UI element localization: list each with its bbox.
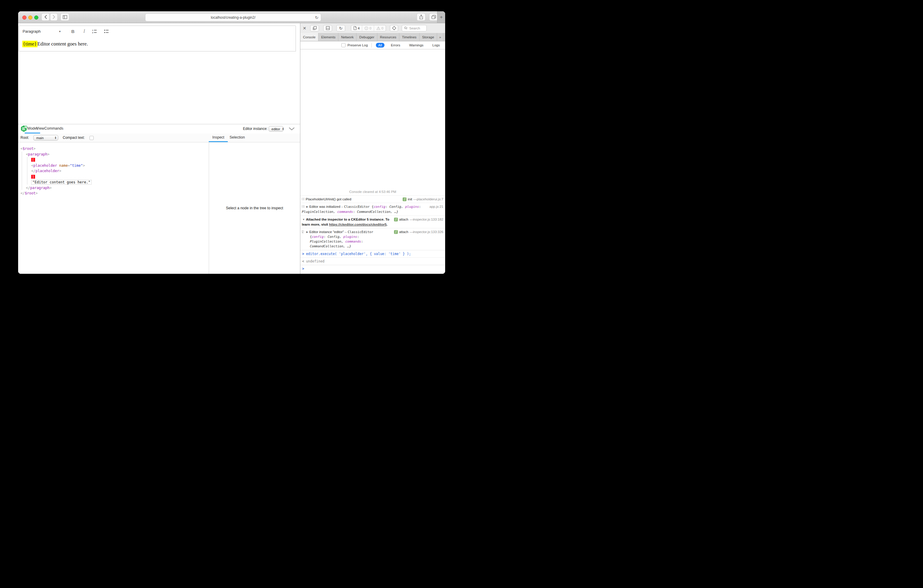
select-arrows-icon: ▲▼ xyxy=(282,128,284,130)
error-octagon-icon xyxy=(365,26,368,30)
issues-summary-group[interactable]: 4 0 0 xyxy=(351,25,386,31)
bulleted-list-button[interactable] xyxy=(104,29,109,33)
console-executed-command[interactable]: > editor.execute( 'placeholder', { value… xyxy=(301,250,445,258)
close-devtools-button[interactable]: ✕ xyxy=(302,26,307,31)
tree-segment: </ xyxy=(31,169,35,173)
console-text-segment: PlaceholderUI#init() got called xyxy=(305,197,351,201)
tree-segment: $root xyxy=(25,191,35,195)
zoom-window-button[interactable] xyxy=(34,15,38,20)
reload-icon[interactable]: ↻ xyxy=(315,15,319,20)
source-location-link[interactable]: inspector.js:133:326 xyxy=(413,230,443,234)
console-message-body: ▶Editor instance "editor" – ClassicEdito… xyxy=(302,230,392,249)
close-window-button[interactable] xyxy=(22,15,26,20)
log-icon xyxy=(302,197,305,200)
text-node[interactable]: "Editor content goes here." xyxy=(31,180,92,185)
console-input-row[interactable]: > xyxy=(301,265,445,274)
bold-button[interactable]: B xyxy=(71,29,75,34)
tree-line[interactable]: ] xyxy=(18,174,209,180)
console-text-segment: – xyxy=(340,205,344,209)
tree-line[interactable]: <$root> xyxy=(18,146,209,152)
tree-line[interactable]: <paragraph> xyxy=(18,152,209,157)
filter-errors[interactable]: Errors xyxy=(389,43,402,48)
console-message[interactable]: ▶Editor was initialized – ClassicEditor … xyxy=(301,203,445,215)
function-badge-icon: f xyxy=(402,197,406,201)
console-text-segment: plugins xyxy=(405,205,419,209)
tree-line[interactable]: </paragraph> xyxy=(18,185,209,191)
tree-segment: </ xyxy=(21,191,25,195)
console-text-segment: . xyxy=(387,223,388,226)
log-icon xyxy=(302,205,305,208)
tab-inspect[interactable]: Inspect xyxy=(209,133,228,142)
disclosure-triangle[interactable]: ▶ xyxy=(306,205,308,208)
console-message[interactable]: PlaceholderUI#init() got calledfinit— pl… xyxy=(301,195,445,203)
warning-count-cell[interactable]: 0 xyxy=(374,25,386,31)
tree-line[interactable]: "Editor content goes here." xyxy=(18,179,209,185)
inspect-placeholder-text: Select a node in the tree to inspect xyxy=(226,206,283,210)
console-filter-bar: Preserve Log All Errors Warnings Logs xyxy=(301,41,445,49)
filter-warnings[interactable]: Warnings xyxy=(407,43,426,48)
devtools-tab-console[interactable]: Console xyxy=(301,33,319,41)
source-location-link[interactable]: inspector.js:133:182 xyxy=(413,217,443,222)
dock-devtools-button[interactable] xyxy=(323,25,332,31)
tab-overview-button[interactable] xyxy=(429,13,438,21)
filter-logs[interactable]: Logs xyxy=(430,43,442,48)
plus-icon: + xyxy=(440,14,443,20)
devtools-search-field[interactable]: Search xyxy=(402,25,427,31)
devtools-tab-storage[interactable]: Storage xyxy=(420,33,437,41)
disclosure-triangle[interactable]: ▶ xyxy=(306,231,308,233)
collapse-inspector-chevron-icon[interactable] xyxy=(289,127,295,130)
source-location-link[interactable]: placeholderui.js:7 xyxy=(417,197,443,202)
devtools-tab-debugger[interactable]: Debugger xyxy=(356,33,377,41)
compact-text-checkbox[interactable] xyxy=(90,136,94,140)
source-location-link[interactable]: app.js:21 xyxy=(429,204,443,209)
share-button[interactable] xyxy=(417,13,425,21)
detach-devtools-button[interactable] xyxy=(310,25,319,31)
tree-line[interactable]: [ xyxy=(18,157,209,163)
paragraph-dropdown[interactable]: Paragraph xyxy=(23,29,41,34)
model-tree[interactable]: <$root><paragraph>[<placeholder name="ti… xyxy=(18,142,209,274)
devtools-tab-timelines[interactable]: Timelines xyxy=(399,33,420,41)
numbered-list-button[interactable]: 1 2 xyxy=(92,29,97,33)
new-tab-button[interactable]: + xyxy=(437,11,445,23)
tree-segment: $root xyxy=(23,146,33,151)
minimize-window-button[interactable] xyxy=(28,15,33,20)
console-message[interactable]: ▼Attached the inspector to a CKEditor 5 … xyxy=(301,215,445,228)
preserve-log-checkbox[interactable] xyxy=(342,43,345,47)
tree-line[interactable]: </$root> xyxy=(18,191,209,196)
tab-commands[interactable]: Commands xyxy=(43,124,65,133)
error-count-cell[interactable]: 0 xyxy=(362,25,373,31)
tree-line[interactable]: </placeholder> xyxy=(18,168,209,174)
filter-all[interactable]: All xyxy=(376,43,384,48)
tree-segment: paragraph xyxy=(28,152,47,156)
prompt-icon: > xyxy=(302,267,304,271)
forward-button[interactable] xyxy=(50,13,57,21)
chevron-down-icon[interactable]: ▾ xyxy=(59,30,61,33)
root-select[interactable]: main ▲▼ xyxy=(33,135,58,141)
editor-instance-select[interactable]: editor ▲▼ xyxy=(269,126,283,132)
element-picker-button[interactable] xyxy=(390,25,398,31)
page-count-cell[interactable]: 4 xyxy=(351,25,362,31)
devtools-tab-network[interactable]: Network xyxy=(338,33,356,41)
console-message[interactable]: ▶Editor instance "editor" – ClassicEdito… xyxy=(301,228,445,250)
devtools-tab-resources[interactable]: Resources xyxy=(377,33,399,41)
add-devtools-tab-button[interactable]: + xyxy=(443,33,445,41)
address-bar[interactable]: localhost/creating-a-plugin2/ ↻ xyxy=(145,13,321,21)
console-message-body: ▶Editor was initialized – ClassicEditor … xyxy=(302,204,427,214)
safari-window: localhost/creating-a-plugin2/ ↻ + Paragr… xyxy=(18,11,445,274)
tree-segment: > xyxy=(36,191,38,195)
tab-overflow-button[interactable]: » xyxy=(437,33,443,41)
console-link[interactable]: https://ckeditor.com/docs/ckeditor5 xyxy=(329,223,387,226)
sidebar-toggle-button[interactable] xyxy=(60,13,69,21)
disclosure-triangle[interactable]: ▼ xyxy=(302,218,305,221)
console-text-segment: commands xyxy=(345,240,361,243)
tab-selection[interactable]: Selection xyxy=(228,133,246,141)
inspector-header: 5 Model View Commands Editor instance: e… xyxy=(18,124,300,134)
devtools-tab-elements[interactable]: Elements xyxy=(319,33,338,41)
placeholder-widget[interactable]: {time} xyxy=(22,41,38,47)
tree-line[interactable]: <placeholder name="time"> xyxy=(18,163,209,169)
reload-page-button[interactable]: ↻ xyxy=(336,25,345,31)
editor-content-area[interactable]: {time} Editor content goes here. xyxy=(19,36,296,51)
italic-button[interactable]: I xyxy=(84,28,85,34)
back-button[interactable] xyxy=(41,13,50,21)
share-icon xyxy=(419,15,423,19)
